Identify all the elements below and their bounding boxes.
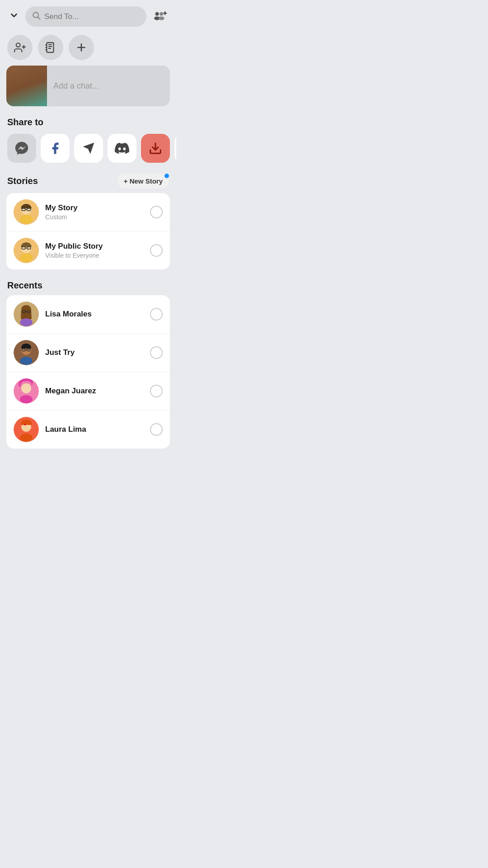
stories-section-header: Stories + New Story: [0, 170, 176, 193]
story-name-lisa: Lisa Morales: [45, 310, 150, 319]
radio-my-story[interactable]: [150, 206, 163, 218]
share-title: Share to: [7, 117, 43, 127]
story-item-my-public-story[interactable]: My Public Story Visible to Everyone: [6, 231, 170, 269]
story-name-my-story: My Story: [45, 203, 150, 212]
contact-book-button[interactable]: [38, 35, 63, 60]
add-friends-button[interactable]: [151, 8, 169, 25]
recents-header: Recents: [0, 277, 176, 295]
svg-point-2: [155, 12, 159, 15]
svg-rect-11: [47, 42, 53, 52]
radio-lisa[interactable]: [150, 308, 163, 321]
radio-just-try[interactable]: [150, 346, 163, 359]
stories-list: My Story Custom My Public Story Vi: [6, 193, 170, 269]
recent-item-lisa[interactable]: Lisa Morales: [6, 295, 170, 334]
new-story-button[interactable]: + New Story: [117, 174, 169, 189]
svg-point-43: [21, 383, 31, 393]
chat-placeholder-text[interactable]: Add a chat...: [47, 66, 170, 106]
svg-point-48: [20, 434, 33, 442]
avatar-just-try: [14, 340, 39, 365]
svg-point-41: [20, 357, 33, 365]
radio-public-story[interactable]: [150, 244, 163, 257]
search-bar[interactable]: [25, 6, 146, 27]
story-info-laura: Laura Lima: [45, 425, 150, 434]
story-info-public: My Public Story Visible to Everyone: [45, 242, 150, 259]
new-story-label: + New Story: [124, 177, 163, 185]
svg-point-23: [20, 215, 33, 224]
add-friend-button[interactable]: [7, 35, 33, 60]
back-button[interactable]: [7, 9, 21, 24]
share-row: [0, 132, 176, 170]
story-info-my-story: My Story Custom: [45, 203, 150, 221]
avatar-laura: ♥: [14, 417, 39, 442]
avatar-my-story: [14, 199, 39, 225]
svg-point-0: [33, 12, 38, 18]
recents-list: Lisa Morales: [6, 295, 170, 448]
story-info-just-try: Just Try: [45, 348, 150, 357]
story-name-public: My Public Story: [45, 242, 150, 251]
chat-input-area[interactable]: Add a chat...: [6, 66, 170, 106]
story-name-just-try: Just Try: [45, 348, 150, 357]
stories-title: Stories: [7, 176, 38, 186]
new-story-dot: [164, 173, 170, 179]
recents-section: Recents Lisa M: [0, 277, 176, 448]
share-facebook-button[interactable]: [41, 134, 70, 163]
avatar-megan: [14, 378, 39, 404]
story-item-my-story[interactable]: My Story Custom: [6, 193, 170, 231]
chat-thumbnail: [6, 66, 47, 106]
action-row: [0, 31, 176, 66]
recents-title: Recents: [7, 280, 42, 291]
story-subtitle-my-story: Custom: [45, 213, 150, 221]
story-name-laura: Laura Lima: [45, 425, 150, 434]
share-telegram-button[interactable]: [74, 134, 103, 163]
share-more-button[interactable]: [174, 134, 176, 163]
story-subtitle-public: Visible to Everyone: [45, 252, 150, 259]
svg-point-5: [159, 16, 164, 20]
svg-point-44: [20, 395, 33, 403]
story-info-lisa: Lisa Morales: [45, 310, 150, 319]
svg-text:♥: ♥: [24, 423, 26, 427]
avatar-lisa: [14, 302, 39, 327]
recent-item-laura[interactable]: ♥ Laura Lima: [6, 410, 170, 448]
svg-line-1: [38, 17, 40, 19]
share-discord-button[interactable]: [108, 134, 136, 163]
radio-megan[interactable]: [150, 385, 163, 397]
add-button[interactable]: [69, 35, 94, 60]
svg-point-35: [20, 318, 33, 326]
share-download-button[interactable]: [141, 134, 170, 163]
avatar-my-public-story: [14, 238, 39, 263]
recent-item-megan[interactable]: Megan Juarez: [6, 372, 170, 410]
share-section-header: Share to: [0, 113, 176, 132]
recent-item-just-try[interactable]: Just Try: [6, 334, 170, 372]
search-icon: [32, 11, 41, 22]
radio-laura[interactable]: [150, 423, 163, 436]
svg-point-8: [16, 43, 20, 47]
story-name-megan: Megan Juarez: [45, 387, 150, 396]
story-info-megan: Megan Juarez: [45, 387, 150, 396]
svg-point-29: [20, 253, 33, 262]
share-messenger-button[interactable]: [7, 134, 36, 163]
search-input[interactable]: [44, 12, 140, 21]
top-bar: [0, 0, 176, 31]
svg-point-4: [160, 12, 163, 15]
